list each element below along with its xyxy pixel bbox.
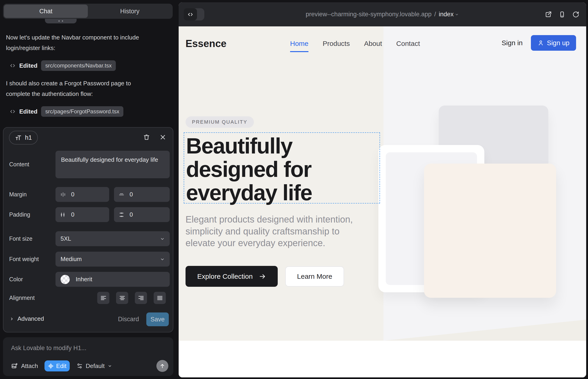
chat-history-tabbar: Chat History [3,4,173,19]
composer-toolbar: Attach Edit Default [11,360,168,372]
chevron-down-icon [160,256,165,262]
padding-y-input[interactable]: 0 [114,207,170,222]
refresh-icon [573,11,579,18]
page-selector[interactable]: index [439,11,459,18]
explore-collection-button[interactable]: Explore Collection [186,266,278,287]
assistant-message: Now let's update the Navbar component to… [6,32,153,53]
content-label: Content [9,161,29,168]
align-center-button[interactable] [116,292,128,304]
learn-more-button[interactable]: Learn More [285,266,344,286]
align-left-button[interactable] [97,292,109,304]
chat-composer: Attach Edit Default [3,337,173,376]
font-size-label: Font size [9,235,32,242]
advanced-label: Advanced [17,315,44,322]
site-navbar: Essence Home Products About Contact Sign… [179,26,586,61]
site-nav-links: Home Products About Contact [290,40,420,47]
delete-element-button[interactable] [143,134,150,141]
color-value: Inherit [76,276,92,283]
chevron-down-icon [160,236,165,242]
sign-in-link[interactable]: Sign in [502,39,523,47]
url-separator: / [434,11,436,18]
image-plus-icon [11,363,18,369]
edited-label: Edited [19,62,37,69]
arrow-right-icon [259,273,266,280]
font-size-value: 5XL [61,235,71,242]
lovable-app: Chat History Now let's update the Navbar… [0,0,588,379]
tab-chat[interactable]: Chat [4,5,88,18]
close-editor-button[interactable] [159,134,167,141]
margin-vertical-icon [119,191,124,198]
padding-vertical-icon [119,212,124,218]
selected-element-outline: Beautifully designed for everyday life [184,132,380,204]
edit-mode-button[interactable]: Edit [45,360,70,371]
alignment-label: Alignment [9,295,35,301]
margin-y-input[interactable]: 0 [114,187,170,202]
mode-select[interactable]: Default [77,363,112,370]
smartphone-icon [559,11,566,18]
site-nav-auth: Sign in Sign up [502,35,576,51]
hero-cta-row: Explore Collection Learn More [186,266,344,287]
margin-y-value: 0 [130,191,133,198]
advanced-toggle[interactable]: Advanced [9,315,44,322]
align-right-button[interactable] [135,292,147,304]
mode-label: Default [86,363,105,370]
tab-history[interactable]: History [88,5,172,18]
font-weight-value: Medium [61,255,82,263]
margin-horizontal-icon [60,191,66,198]
nav-link-about[interactable]: About [364,40,382,47]
chat-sidebar: Chat History Now let's update the Navbar… [0,0,177,379]
nav-link-products[interactable]: Products [323,40,350,47]
font-weight-select[interactable]: Medium [56,252,170,267]
margin-x-input[interactable]: 0 [56,187,109,202]
sign-up-button[interactable]: Sign up [531,35,576,51]
preview-url-bar[interactable]: preview--charming-site-symphony.lovable.… [179,2,586,26]
hero-badge: PREMIUM QUALITY [186,116,254,128]
margin-x-value: 0 [71,191,74,198]
color-select[interactable]: Inherit [56,272,170,287]
user-icon [538,40,544,46]
align-justify-button[interactable] [154,292,166,304]
element-tag-label: h1 [25,134,32,141]
file-path-chip[interactable]: src/pages/ForgotPassword.tsx [41,106,123,117]
padding-x-value: 0 [71,211,74,218]
file-path-chip[interactable]: src/components/Navbar.tsx [41,60,116,71]
edited-label: Edited [19,108,37,115]
code-icon [10,63,15,69]
content-input[interactable]: Beautifully designed for everyday life [56,151,170,178]
font-size-select[interactable]: 5XL [56,231,170,246]
element-editor-panel: h1 Content Beautifully designed for ever… [3,127,173,332]
color-swatch [61,275,70,284]
attach-label: Attach [21,363,38,370]
preview-topbar: preview--charming-site-symphony.lovable.… [179,2,586,26]
padding-label: Padding [9,211,30,218]
composer-input[interactable] [11,345,160,352]
margin-label: Margin [9,191,27,198]
scrolled-chip-fragment [45,18,77,23]
send-button[interactable] [156,360,168,372]
page-name: index [439,11,454,18]
refresh-button[interactable] [573,11,579,18]
edited-file-row: Edited src/components/Navbar.tsx [10,60,116,72]
attach-button[interactable]: Attach [11,363,38,370]
topbar-actions [545,2,579,26]
typography-icon [15,134,22,141]
edit-label: Edit [56,363,66,370]
sliders-icon [77,363,83,369]
hero-product-card-beige [424,164,556,298]
site-hero-section: Essence Home Products About Contact Sign… [179,26,586,341]
site-logo[interactable]: Essence [186,38,227,49]
hero-heading[interactable]: Beautifully designed for everyday life [184,133,380,204]
mobile-view-button[interactable] [559,11,566,18]
nav-link-home[interactable]: Home [290,40,309,47]
sign-up-label: Sign up [547,39,569,47]
external-link-icon [545,11,552,18]
padding-y-value: 0 [130,211,133,218]
padding-x-input[interactable]: 0 [56,207,109,222]
open-external-button[interactable] [545,11,552,18]
save-button[interactable]: Save [146,313,169,326]
discard-button[interactable]: Discard [118,316,139,323]
locate-icon [48,363,54,369]
arrow-up-icon [159,363,166,369]
nav-link-contact[interactable]: Contact [396,40,420,47]
chevron-down-icon [107,363,112,368]
